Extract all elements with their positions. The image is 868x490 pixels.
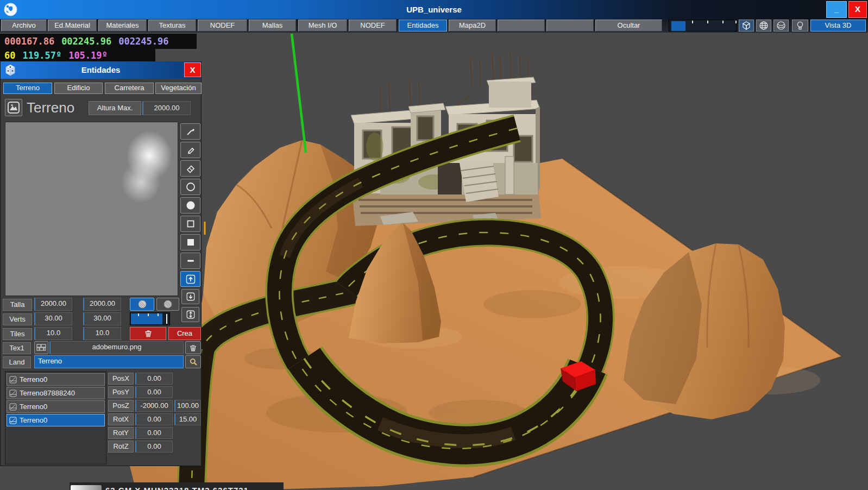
tab-carretera[interactable]: Carretera (105, 83, 154, 94)
angle-yaw: 119.57º (22, 50, 61, 61)
verts-x-field[interactable]: 30.00 (34, 312, 72, 325)
tool-brush-button[interactable] (180, 123, 200, 140)
panel-title: Entidades (1, 61, 201, 79)
entity-name: Terreno87888240 (20, 389, 75, 397)
menu-tab-mesh-io[interactable]: Mesh I/O (298, 20, 347, 32)
tiles-label: Tiles (3, 328, 32, 340)
tool-lower-button[interactable] (181, 289, 199, 304)
tool-circle-filled-button[interactable] (180, 197, 200, 213)
tiles-y-field[interactable]: 10.0 (83, 327, 121, 340)
posy-label: PosY (108, 386, 134, 398)
menu-tab-empty-1[interactable] (498, 20, 545, 32)
tool-square-outline-button[interactable] (180, 216, 200, 232)
texture-brick-icon (36, 344, 46, 351)
tool-eraser-button[interactable] (180, 160, 200, 177)
brush-strength-slider[interactable] (130, 312, 170, 325)
coord-y: 002245.96 (61, 36, 111, 47)
terrain-entity-icon (9, 417, 17, 424)
solid-view-button[interactable] (739, 20, 754, 32)
land-name-field[interactable]: Terreno (34, 355, 184, 368)
lower-arrow-icon (186, 292, 196, 301)
posz-field[interactable]: -2000.00 (135, 400, 173, 412)
entity-list-item-selected[interactable]: Terreno0 (7, 414, 105, 426)
terrain-section-button[interactable] (5, 99, 22, 116)
menu-tab-ed-material[interactable]: Ed.Material (48, 20, 97, 32)
talla-x-field[interactable]: 2000.00 (34, 298, 72, 311)
land-search-button[interactable] (185, 355, 201, 368)
posx-field[interactable]: 0.00 (135, 373, 173, 385)
terrain-entity-icon (9, 390, 17, 397)
menu-tab-mapa2d[interactable]: Mapa2D (449, 20, 496, 32)
status-clipped-text: 63 CM X MUN33318 TM3 636T731 (105, 486, 249, 490)
flatten-dash-icon (185, 255, 196, 266)
tool-flatten-button[interactable] (180, 253, 200, 269)
heightmap-canvas[interactable] (5, 122, 178, 296)
texture-delete-button[interactable] (185, 341, 201, 354)
minimize-button[interactable]: _ (826, 1, 847, 18)
pencil-icon (185, 145, 196, 155)
shaded-view-button[interactable] (773, 20, 789, 32)
entity-list-item[interactable]: Terreno0 (7, 400, 105, 413)
land-label: Land (3, 356, 31, 368)
cube-3d-icon (741, 20, 752, 31)
entidades-panel: Entidades X Terreno Edificio Carretera V… (0, 61, 202, 466)
cursor-position-readout: 000167.86 002245.96 002245.96 (0, 34, 197, 49)
brush-shape-smooth-button[interactable] (130, 298, 154, 311)
close-button[interactable]: X (848, 1, 867, 18)
posy-field[interactable]: 0.00 (135, 386, 173, 398)
lighting-button[interactable] (792, 20, 808, 32)
rotz-label: RotZ (108, 441, 134, 453)
entity-list-item[interactable]: Terreno0 (7, 373, 105, 386)
tool-smooth-updown-button[interactable] (181, 307, 199, 322)
posz-extra-field[interactable]: 100.00 (174, 400, 201, 412)
menu-tab-entidades[interactable]: Entidades (399, 20, 447, 32)
view-mode-button[interactable]: Vista 3D (810, 20, 866, 32)
talla-y-field[interactable]: 2000.00 (83, 298, 121, 311)
texture-filename-field[interactable]: adobemuro.png (49, 341, 184, 354)
fov-value: 60 (4, 50, 15, 61)
eraser-icon (185, 163, 196, 174)
tool-circle-outline-button[interactable] (180, 179, 200, 195)
menu-tab-texturas[interactable]: Texturas (148, 20, 196, 32)
brush-stroke-blob (114, 128, 175, 210)
tool-square-filled-button[interactable] (180, 234, 200, 250)
menu-tab-materiales[interactable]: Materiales (98, 20, 147, 32)
menu-tab-nodef-1[interactable]: NODEF (198, 20, 247, 32)
panel-header[interactable]: Entidades X (1, 61, 201, 79)
tex1-label: Tex1 (3, 342, 31, 354)
menu-tab-archivo[interactable]: Archivo (1, 20, 47, 32)
menu-tab-empty-2[interactable] (546, 20, 594, 32)
wireframe-view-button[interactable] (756, 20, 771, 32)
tool-raise-button[interactable] (180, 271, 200, 287)
square-outline-icon (185, 218, 196, 229)
entity-list-item[interactable]: Terreno87888240 (7, 387, 105, 399)
sphere-smooth-icon (137, 299, 147, 309)
tab-vegetacion[interactable]: Vegetación (155, 83, 202, 94)
menu-tab-mallas[interactable]: Mallas (249, 20, 296, 32)
tab-edificio[interactable]: Edificio (54, 83, 103, 94)
panel-close-button[interactable]: X (184, 62, 201, 77)
slider-handle[interactable] (671, 21, 685, 31)
verts-y-field[interactable]: 30.00 (83, 312, 121, 325)
brush-shape-soft-button[interactable] (156, 298, 179, 311)
rotx-field[interactable]: 0.00 (135, 413, 173, 425)
delete-terrain-button[interactable] (130, 327, 166, 340)
rotx-label: RotX (108, 413, 134, 425)
view-zoom-slider[interactable] (669, 20, 737, 32)
entity-list: Terreno0 Terreno87888240 Terreno0 Terren… (5, 371, 106, 464)
tab-terreno[interactable]: Terreno (3, 83, 52, 94)
verts-label: Verts (3, 313, 32, 325)
altura-max-field[interactable]: 2000.00 (142, 101, 191, 115)
tool-pencil-button[interactable] (180, 142, 200, 158)
texture-picker-button[interactable] (34, 341, 48, 354)
trash-icon (144, 329, 153, 338)
menu-tab-ocultar[interactable]: Ocultar (595, 20, 662, 32)
tiles-x-field[interactable]: 10.0 (34, 327, 72, 340)
crea-button[interactable]: Crea (168, 327, 201, 340)
circle-filled-icon (185, 200, 196, 211)
menu-tab-nodef-2[interactable]: NODEF (349, 20, 397, 32)
rotz-field[interactable]: 0.00 (135, 441, 173, 453)
altura-max-label: Altura Max. (89, 101, 141, 115)
roty-field[interactable]: 0.00 (135, 427, 173, 439)
rotx-extra-field[interactable]: 15.00 (174, 413, 201, 425)
